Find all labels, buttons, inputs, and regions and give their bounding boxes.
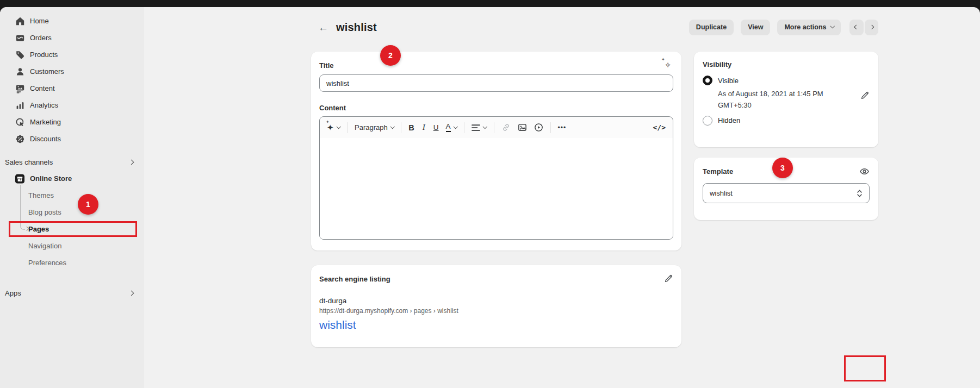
insert-video-button[interactable] bbox=[534, 123, 543, 132]
sidebar: Home Orders Products Customers Content bbox=[0, 7, 144, 388]
duplicate-button[interactable]: Duplicate bbox=[689, 20, 734, 35]
sidebar-item-analytics[interactable]: Analytics bbox=[0, 97, 144, 114]
annotation-step-1: 1 bbox=[78, 194, 98, 215]
bold-button[interactable]: B bbox=[408, 123, 414, 132]
back-button[interactable]: ← bbox=[318, 22, 328, 33]
hidden-label: Hidden bbox=[718, 116, 740, 124]
rich-text-editor: ✦✦ Paragraph B I U A bbox=[319, 116, 673, 240]
analytics-icon bbox=[15, 100, 25, 110]
eye-icon bbox=[859, 166, 870, 177]
seo-card: Search engine listing dt-durga https://d… bbox=[311, 265, 681, 347]
products-icon bbox=[15, 49, 25, 60]
ai-sparkle-icon[interactable]: ✧ ✦ bbox=[662, 60, 673, 70]
annotation-step-2: 2 bbox=[380, 45, 401, 66]
visibility-card: Visibility Visible As of August 18, 2021… bbox=[694, 52, 878, 147]
editor-toolbar: ✦✦ Paragraph B I U A bbox=[320, 117, 673, 138]
page-title: wishlist bbox=[336, 21, 377, 34]
pager bbox=[849, 20, 878, 35]
next-page-button[interactable] bbox=[865, 20, 879, 35]
chevron-down-icon bbox=[830, 24, 834, 28]
visibility-title: Visibility bbox=[703, 60, 870, 68]
more-tools-button[interactable]: ••• bbox=[558, 124, 567, 132]
marketing-icon bbox=[15, 117, 25, 127]
chevron-down-icon bbox=[453, 124, 457, 129]
annotation-box-pages bbox=[9, 221, 137, 237]
sidebar-item-content[interactable]: Content bbox=[0, 80, 144, 97]
insert-image-button[interactable] bbox=[518, 123, 527, 132]
chevron-right-icon bbox=[129, 159, 134, 165]
link-button[interactable] bbox=[501, 123, 511, 132]
title-label: Title bbox=[319, 61, 334, 70]
sidebar-item-navigation[interactable]: Navigation bbox=[0, 237, 144, 254]
sidebar-item-customers[interactable]: Customers bbox=[0, 63, 144, 80]
chevron-right-icon bbox=[129, 290, 134, 296]
ai-assist-button[interactable]: ✦✦ bbox=[327, 123, 340, 133]
chevron-down-icon bbox=[336, 124, 340, 129]
previous-page-button[interactable] bbox=[849, 20, 864, 35]
title-input[interactable] bbox=[319, 74, 673, 92]
visible-label: Visible bbox=[718, 77, 739, 85]
align-left-icon bbox=[472, 124, 480, 132]
paragraph-style-dropdown[interactable]: Paragraph bbox=[355, 123, 394, 132]
pencil-icon bbox=[663, 274, 673, 284]
sidebar-item-products[interactable]: Products bbox=[0, 46, 144, 63]
text-color-button[interactable]: A bbox=[446, 123, 457, 132]
online-store-icon bbox=[15, 173, 25, 184]
hidden-radio[interactable] bbox=[703, 116, 712, 126]
orders-icon bbox=[15, 33, 25, 43]
sidebar-item-discounts[interactable]: Discounts bbox=[0, 130, 144, 147]
content-textarea[interactable] bbox=[320, 138, 673, 240]
link-icon bbox=[501, 123, 511, 132]
play-circle-icon bbox=[534, 123, 543, 132]
pencil-icon bbox=[860, 91, 870, 101]
template-select[interactable]: wishlist bbox=[703, 183, 870, 203]
page-header: ← wishlist Duplicate View More actions bbox=[318, 19, 878, 35]
chevron-left-icon bbox=[854, 25, 859, 29]
more-actions-button[interactable]: More actions bbox=[777, 20, 841, 35]
seo-site-name: dt-durga bbox=[319, 297, 673, 305]
edit-seo-button[interactable] bbox=[663, 274, 673, 284]
sidebar-item-preferences[interactable]: Preferences bbox=[0, 254, 144, 271]
title-content-card: Title ✧ ✦ Content ✦✦ bbox=[311, 52, 681, 251]
discounts-icon bbox=[15, 134, 25, 144]
sidebar-item-marketing[interactable]: Marketing bbox=[0, 114, 144, 130]
visibility-schedule: As of August 18, 2021 at 1:45 PM GMT+5:3… bbox=[718, 89, 823, 111]
home-icon bbox=[15, 16, 25, 26]
show-html-button[interactable]: </> bbox=[653, 123, 666, 132]
visible-radio[interactable] bbox=[703, 76, 712, 85]
customers-icon bbox=[15, 66, 25, 77]
seo-breadcrumb-url: https://dt-durga.myshopify.com › pages ›… bbox=[319, 307, 673, 315]
sidebar-section-sales-channels[interactable]: Sales channels bbox=[0, 154, 144, 170]
annotation-box-save bbox=[844, 355, 886, 381]
image-icon bbox=[518, 123, 527, 132]
edit-visibility-button[interactable] bbox=[860, 91, 870, 101]
italic-button[interactable]: I bbox=[421, 123, 426, 132]
seo-page-link[interactable]: wishlist bbox=[319, 318, 356, 331]
annotation-step-3: 3 bbox=[772, 158, 793, 178]
sidebar-item-orders[interactable]: Orders bbox=[0, 29, 144, 46]
sidebar-section-apps[interactable]: Apps bbox=[0, 285, 144, 301]
alignment-button[interactable] bbox=[472, 124, 487, 132]
main-column: Title ✧ ✦ Content ✦✦ bbox=[311, 52, 681, 347]
template-title: Template bbox=[703, 167, 733, 176]
preview-template-button[interactable] bbox=[859, 166, 870, 177]
updown-stepper-icon bbox=[857, 189, 863, 198]
side-column: Visibility Visible As of August 18, 2021… bbox=[694, 52, 878, 220]
chevron-down-icon bbox=[483, 124, 487, 129]
content-label: Content bbox=[319, 104, 673, 112]
header-actions: Duplicate View More actions bbox=[689, 20, 878, 35]
admin-window: Home Orders Products Customers Content bbox=[0, 7, 980, 388]
chevron-down-icon bbox=[390, 124, 395, 129]
content-icon bbox=[15, 83, 25, 93]
sidebar-item-home[interactable]: Home bbox=[0, 12, 144, 29]
view-button[interactable]: View bbox=[741, 20, 770, 35]
underline-button[interactable]: U bbox=[433, 123, 439, 132]
seo-card-title: Search engine listing bbox=[319, 275, 390, 283]
chevron-right-icon bbox=[869, 25, 873, 29]
